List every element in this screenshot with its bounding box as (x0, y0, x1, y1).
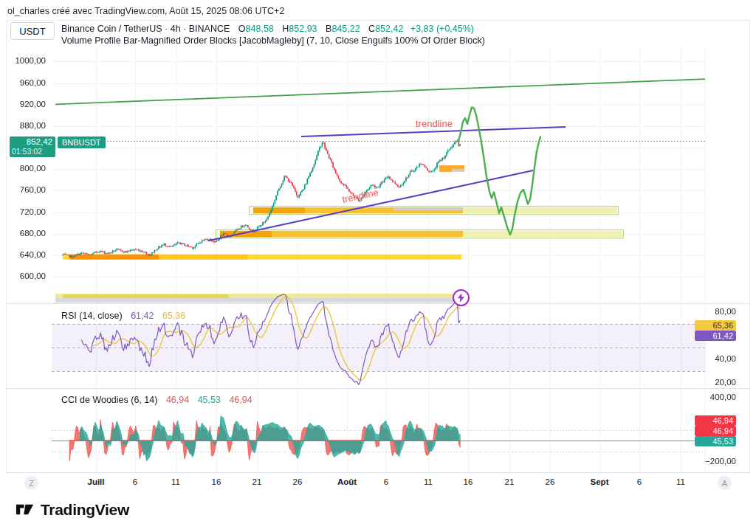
time-axis-tick: Août (337, 477, 357, 486)
rsi-value: 61,42 (131, 311, 154, 321)
currency-button[interactable]: USDT (10, 22, 55, 40)
time-axis-tick: 11 (676, 477, 685, 486)
time-axis-tick: 21 (505, 477, 515, 486)
time-axis-tick: 16 (212, 477, 221, 486)
open-value: 848,58 (246, 24, 274, 34)
low-value: 845,22 (331, 24, 360, 34)
rsi-ma-value: 65,36 (162, 311, 185, 321)
attribution-text: ol_charles créé avec TradingView.com, Ao… (7, 6, 284, 16)
price-axis-label: 760,00 (3, 185, 46, 194)
last-price-value: 852,42 (10, 137, 55, 147)
high-value: 852,93 (289, 24, 317, 34)
rsi-axis-label: 80,00 (695, 307, 736, 316)
price-axis-label: 920,00 (3, 100, 46, 108)
lightning-icon[interactable] (453, 289, 470, 306)
rsi-axis-label: 40,00 (695, 354, 736, 363)
price-axis-label: 800,00 (3, 164, 46, 173)
cci-turbo-value: 46,94 (229, 395, 252, 405)
time-axis-tick: 26 (546, 477, 555, 486)
time-axis-tick: 6 (133, 477, 137, 486)
tradingview-logo-text: TradingView (41, 501, 129, 519)
rsi-title-text: RSI (14, close) (61, 311, 123, 321)
rsi-axis-label: 20,00 (695, 378, 736, 387)
time-axis-tick: 21 (252, 477, 262, 486)
time-axis: Z A Juill611162126Août611162126Sept611 (0, 473, 756, 493)
price-axis-label: 640,00 (3, 250, 46, 259)
trendline-annotation-upper: trendline (416, 118, 453, 129)
cci-axis-label: −200,00 (695, 457, 736, 466)
symbol-price-tag: BNBUSDT (58, 137, 106, 148)
time-axis-tick: Juill (87, 477, 104, 486)
cci-price-box-3: 45,53 (695, 436, 736, 446)
rsi-price-box: 61,42 (695, 331, 736, 341)
last-price-label: 852,42 01:53:02 (10, 137, 55, 157)
cci-axis-label: 400,00 (695, 393, 736, 401)
price-axis-label: 960,00 (3, 78, 46, 87)
cci-price-box-2: 46,94 (695, 426, 736, 436)
chart-canvas[interactable] (0, 0, 756, 532)
cci-panel-title: CCI de Woodies (6, 14) 46,94 45,53 46,94 (61, 395, 252, 405)
symbol-title: Binance Coin / TetherUS · 4h · BINANCE (61, 24, 230, 34)
tradingview-logo-icon (15, 500, 35, 519)
price-axis-label: 600,00 (3, 272, 46, 280)
price-axis-label: 680,00 (3, 229, 46, 238)
price-axis-label: 1000,00 (3, 56, 46, 65)
close-value: 852,42 (375, 24, 403, 34)
cci-price-box-1: 46,94 (695, 415, 736, 426)
price-axis-label: 720,00 (3, 207, 46, 216)
rsi-panel-title: RSI (14, close) 61,42 65,36 (61, 311, 185, 321)
symbol-info-bar: Binance Coin / TetherUS · 4h · BINANCE O… (61, 24, 474, 34)
high-label: H (282, 24, 289, 34)
rsi-ma-price-box: 65,36 (695, 320, 736, 331)
timeline-right-badge: A (718, 476, 732, 490)
time-axis-tick: 26 (293, 477, 303, 486)
change-value: +3,83 (+0,45%) (410, 24, 474, 34)
close-label: C (368, 24, 375, 34)
price-axis-label: 880,00 (3, 121, 46, 130)
cci-title-text: CCI de Woodies (6, 14) (61, 395, 157, 405)
time-axis-tick: 11 (171, 477, 180, 486)
cci-slow-value: 45,53 (198, 395, 221, 405)
timeline-left-badge: Z (24, 476, 38, 490)
indicator-title: Volume Profile Bar-Magnified Order Block… (61, 35, 485, 46)
bar-countdown: 01:53:02 (10, 147, 55, 156)
time-axis-tick: 11 (424, 477, 433, 486)
tradingview-published-chart: ol_charles créé avec TradingView.com, Ao… (0, 0, 756, 532)
time-axis-tick: 16 (464, 477, 473, 486)
time-axis-tick: 6 (384, 477, 388, 486)
open-label: O (238, 24, 246, 34)
cci-fast-value: 46,94 (166, 395, 189, 405)
tradingview-logo[interactable]: TradingView (15, 500, 129, 519)
time-axis-tick: 6 (637, 477, 642, 486)
time-axis-tick: Sept (591, 477, 609, 486)
